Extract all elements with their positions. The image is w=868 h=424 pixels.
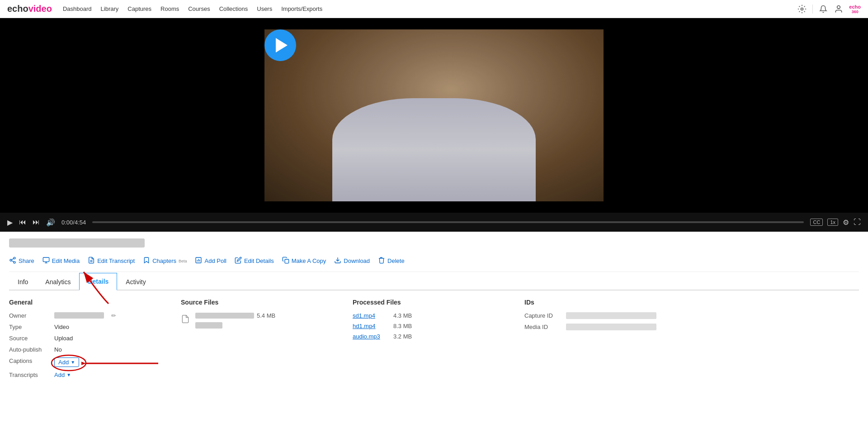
tab-info[interactable]: Info — [9, 273, 37, 291]
download-icon — [334, 257, 341, 265]
tabs-wrapper: Info Analytics Details Activity — [9, 272, 859, 291]
echo360-logo: echo 360 — [849, 4, 861, 14]
capture-id-value — [566, 312, 656, 319]
source-file-row: 5.4 MB — [181, 312, 344, 328]
nav-right: echo 360 — [797, 4, 861, 14]
chapters-button[interactable]: ChaptersBeta — [143, 257, 187, 265]
nav-captures[interactable]: Captures — [127, 5, 151, 12]
nav-users[interactable]: Users — [257, 5, 272, 12]
edit-media-icon — [42, 257, 50, 265]
add-poll-button[interactable]: Add Poll — [195, 257, 226, 265]
captions-row: Captions Add ▼ — [9, 357, 172, 367]
cc-button[interactable]: CC — [810, 219, 823, 226]
make-copy-label: Make A Copy — [292, 257, 326, 264]
processed-files-section: Processed Files sd1.mp4 4.3 MB hd1.mp4 8… — [353, 299, 524, 383]
volume-control[interactable]: 🔊 — [46, 218, 55, 227]
player-controls-right: CC 1x ⚙ ⛶ — [810, 218, 861, 227]
settings-icon[interactable] — [797, 4, 807, 14]
edit-transcript-label: Edit Transcript — [97, 257, 135, 264]
video-side-right — [604, 18, 868, 213]
nav-imports-exports[interactable]: Imports/Exports — [281, 5, 322, 12]
video-center — [264, 18, 604, 213]
notification-icon[interactable] — [818, 4, 828, 14]
processed-files-title: Processed Files — [353, 299, 515, 306]
svg-rect-7 — [43, 257, 49, 262]
autopublish-row: Auto-publish No — [9, 346, 172, 353]
make-copy-icon — [282, 257, 289, 265]
transcripts-add-button[interactable]: Add ▼ — [54, 372, 71, 378]
audio-size: 3.2 MB — [393, 333, 412, 340]
user-icon[interactable] — [834, 4, 844, 14]
tab-analytics[interactable]: Analytics — [37, 273, 79, 291]
type-value: Video — [54, 324, 69, 330]
details-grid: General Owner ✏ Type Video Source Upload… — [9, 299, 859, 383]
ids-title: IDs — [524, 299, 850, 306]
nav-courses[interactable]: Courses — [188, 5, 210, 12]
svg-line-6 — [12, 259, 14, 260]
edit-details-button[interactable]: Edit Details — [235, 257, 274, 265]
video-wrapper — [0, 18, 868, 213]
video-thumbnail — [264, 29, 604, 201]
nav-library[interactable]: Library — [101, 5, 119, 12]
tab-activity[interactable]: Activity — [117, 273, 154, 291]
type-row: Type Video — [9, 324, 172, 330]
play-control[interactable]: ▶ — [7, 218, 13, 227]
audio-link[interactable]: audio.mp3 — [353, 333, 389, 340]
source-filename-2 — [195, 322, 222, 329]
source-row: Source Upload — [9, 335, 172, 342]
progress-bar[interactable] — [92, 221, 804, 223]
svg-point-1 — [837, 5, 840, 9]
logo-echo: echo — [7, 4, 28, 14]
captions-add-button[interactable]: Add ▼ — [54, 357, 79, 367]
edit-details-icon — [235, 257, 242, 265]
capture-id-label: Capture ID — [524, 312, 561, 319]
source-filesize-1: 5.4 MB — [257, 312, 275, 319]
download-button[interactable]: Download — [334, 257, 370, 265]
add-transcript-label: Add — [54, 372, 65, 378]
tab-details[interactable]: Details — [79, 273, 117, 291]
edit-transcript-button[interactable]: Edit Transcript — [88, 257, 135, 265]
chapters-icon — [143, 257, 150, 265]
proc-file-sd1: sd1.mp4 4.3 MB — [353, 312, 515, 319]
svg-point-0 — [801, 8, 803, 10]
autopublish-value: No — [54, 346, 62, 353]
delete-icon — [378, 257, 385, 265]
transcripts-label: Transcripts — [9, 372, 50, 378]
fullscreen-button[interactable]: ⛶ — [854, 218, 861, 226]
speed-button[interactable]: 1x — [827, 219, 838, 226]
media-title-text — [9, 238, 145, 248]
annotation-arrow-captions — [81, 355, 163, 373]
hd1-link[interactable]: hd1.mp4 — [353, 323, 389, 329]
beta-badge: Beta — [179, 259, 187, 263]
transcript-dropdown-icon: ▼ — [66, 372, 71, 377]
owner-label: Owner — [9, 312, 50, 319]
delete-label: Delete — [387, 257, 405, 264]
share-button[interactable]: Share — [9, 257, 34, 265]
source-label: Source — [9, 335, 50, 342]
capture-id-row: Capture ID — [524, 312, 850, 319]
nav-dashboard[interactable]: Dashboard — [63, 5, 92, 12]
forward-control[interactable]: ⏭ — [33, 218, 40, 226]
autopublish-label: Auto-publish — [9, 346, 50, 353]
logo[interactable]: echovideo — [7, 4, 52, 14]
owner-value — [54, 312, 104, 319]
make-copy-button[interactable]: Make A Copy — [282, 257, 326, 265]
nav-rooms[interactable]: Rooms — [160, 5, 179, 12]
settings-player-icon[interactable]: ⚙ — [843, 218, 849, 227]
nav-divider — [812, 5, 813, 14]
owner-edit-icon[interactable]: ✏ — [111, 312, 116, 319]
sd1-link[interactable]: sd1.mp4 — [353, 312, 389, 319]
edit-media-button[interactable]: Edit Media — [42, 257, 80, 265]
delete-button[interactable]: Delete — [378, 257, 405, 265]
download-label: Download — [344, 257, 370, 264]
edit-details-label: Edit Details — [244, 257, 274, 264]
ids-section: IDs Capture ID Media ID — [524, 299, 859, 383]
play-button[interactable] — [264, 29, 296, 61]
edit-media-label: Edit Media — [52, 257, 80, 264]
nav-collections[interactable]: Collections — [219, 5, 248, 12]
video-side-left — [0, 18, 264, 213]
transcripts-row: Transcripts Add ▼ — [9, 372, 172, 378]
media-title — [9, 238, 859, 248]
rewind-control[interactable]: ⏮ — [19, 218, 26, 226]
logo-video: video — [28, 4, 52, 14]
